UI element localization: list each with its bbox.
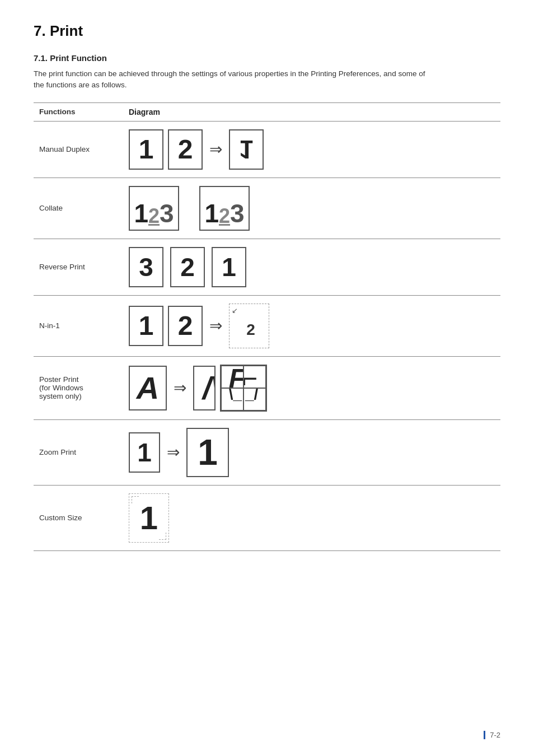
- collate-box-1: 1 2 3: [129, 186, 179, 231]
- poster-quad-grid: F ⌐ \_ _/: [220, 365, 267, 412]
- duplex-arrow: ⇒: [209, 140, 222, 158]
- zoom-arrow: ⇒: [167, 443, 180, 461]
- nin-box-2: 2: [168, 306, 203, 346]
- nin-arrow: ⇒: [209, 316, 222, 335]
- collate-box-2: 1 2 3: [199, 186, 250, 231]
- diagram-n-in-1: 1 2 ⇒ ↙ 2: [123, 295, 500, 356]
- table-row: Manual Duplex 1 2 ⇒ 1: [34, 121, 500, 178]
- duplex-box-2: 2: [168, 129, 203, 170]
- diagram-custom-size: 1: [123, 485, 500, 550]
- diagram-reverse-print: 3 2 1: [123, 239, 500, 295]
- reverse-box-2: 2: [170, 247, 205, 287]
- poster-cell-tr: ⌐: [243, 366, 266, 388]
- poster-half-left: /\: [193, 366, 216, 410]
- col-header-functions: Functions: [34, 102, 123, 121]
- poster-arrow: ⇒: [174, 379, 186, 397]
- functions-table: Functions Diagram Manual Duplex 1 2 ⇒ 1: [34, 102, 500, 551]
- custom-size-box: 1: [129, 493, 169, 543]
- function-label-poster-print: Poster Print (for Windows system only): [34, 356, 123, 419]
- reverse-box-1: 1: [212, 247, 246, 287]
- diagram-collate: 1 2 3 1 2 3: [123, 178, 500, 239]
- function-label-manual-duplex: Manual Duplex: [34, 121, 123, 178]
- nin-box-1: 1: [129, 306, 163, 346]
- diagram-zoom-print: 1 ⇒ 1: [123, 419, 500, 485]
- nin-result-box: ↙ 2: [229, 304, 269, 348]
- page-number: 7-2: [484, 731, 500, 739]
- function-label-collate: Collate: [34, 178, 123, 239]
- table-row: N-in-1 1 2 ⇒ ↙ 2: [34, 295, 500, 356]
- table-row: Reverse Print 3 2 1: [34, 239, 500, 295]
- reverse-box-3: 3: [129, 247, 163, 287]
- diagram-poster-print: A ⇒ /\ F ⌐: [123, 356, 500, 419]
- function-label-reverse-print: Reverse Print: [34, 239, 123, 295]
- diagram-manual-duplex: 1 2 ⇒ 1: [123, 121, 500, 178]
- poster-cell-bl: \_: [221, 388, 243, 410]
- col-header-diagram: Diagram: [123, 102, 500, 121]
- duplex-box-result: 1: [229, 129, 264, 170]
- table-row: Poster Print (for Windows system only) A…: [34, 356, 500, 419]
- chapter-title: 7. Print: [34, 22, 500, 40]
- intro-text: The print function can be achieved throu…: [34, 68, 425, 91]
- function-label-custom-size: Custom Size: [34, 485, 123, 550]
- table-row: Collate 1 2 3 1 2 3: [34, 178, 500, 239]
- section-title: 7.1. Print Function: [34, 53, 500, 63]
- duplex-box-1: 1: [129, 129, 163, 170]
- zoom-box-small: 1: [129, 432, 160, 473]
- zoom-box-large: 1: [186, 428, 229, 477]
- poster-cell-br: _/: [243, 388, 266, 410]
- function-label-zoom-print: Zoom Print: [34, 419, 123, 485]
- poster-box-a: A: [129, 366, 167, 410]
- function-label-n-in-1: N-in-1: [34, 295, 123, 356]
- poster-halves: /\: [193, 366, 216, 410]
- poster-cell-tl: F: [221, 366, 243, 388]
- table-row: Custom Size 1: [34, 485, 500, 550]
- table-row: Zoom Print 1 ⇒ 1: [34, 419, 500, 485]
